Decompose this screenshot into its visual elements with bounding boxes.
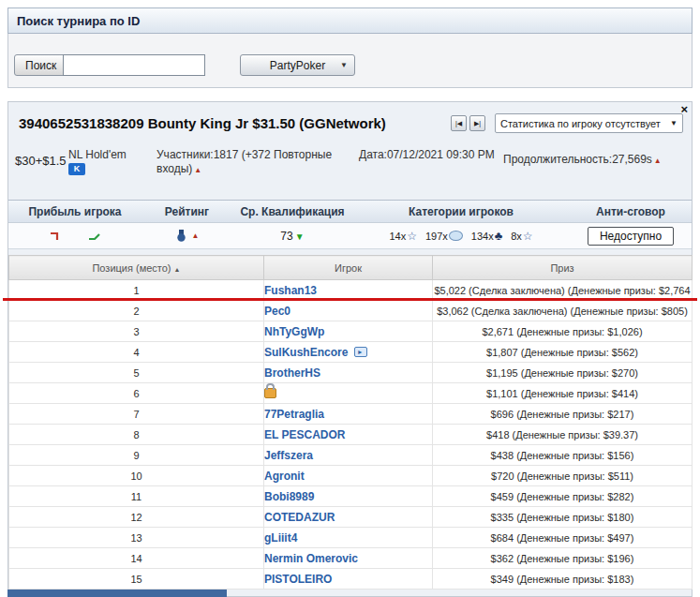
category-count: 8x <box>511 231 522 242</box>
prize-cell: $335 (Денежные призы: $180) <box>433 507 693 528</box>
player-link[interactable]: COTEDAZUR <box>264 511 335 524</box>
star-icon: ☆ <box>523 230 533 243</box>
player-stats-select-value: Статистика по игроку отсутствует <box>500 118 661 129</box>
table-row: 9Jeffszera$438 (Денежные призы: $156) <box>9 445 693 466</box>
player-cell: Agronit <box>264 466 433 486</box>
category-item: 134x♣ <box>471 229 502 243</box>
prize-cell: $2,671 (Денежные призы: $1,026) <box>433 321 693 342</box>
duration-info: Продолжительность:27,569s▲ <box>503 153 691 166</box>
game-type-label: NL Hold'em <box>68 148 127 161</box>
table-row: 6$1,101 (Денежные призы: $414) <box>9 383 693 404</box>
player-link[interactable]: Bobi8989 <box>264 490 314 503</box>
prize-cell: $3,062 (Сделка заключена) (Денежные приз… <box>433 301 693 321</box>
lock-icon <box>264 388 276 398</box>
position-cell: 11 <box>9 486 264 507</box>
table-row: 777Petraglia$696 (Денежные призы: $217) <box>9 404 693 425</box>
table-row: 4SulKushEncore$1,807 (Денежные призы: $5… <box>9 342 693 363</box>
table-row: 15PISTOLEIRO$349 (Денежные призы: $183) <box>9 569 693 590</box>
prize-cell: $438 (Денежные призы: $156) <box>433 445 693 466</box>
results-table: Позиция (место) ▲ Игрок Приз 1Fushan13$5… <box>8 255 693 590</box>
player-link[interactable]: Nermin Omerovic <box>264 552 358 565</box>
prize-cell: $459 (Денежные призы: $282) <box>433 486 693 507</box>
player-link[interactable]: SulKushEncore <box>264 346 348 359</box>
player-column-header[interactable]: Игрок <box>264 256 433 280</box>
medal-icon <box>175 230 187 242</box>
anti-collusion-value: Недоступно <box>570 227 692 246</box>
profit-graphs <box>8 231 141 242</box>
partial-panel-bottom <box>7 590 227 597</box>
table-row: 3NhTyGgWp$2,671 (Денежные призы: $1,026) <box>9 321 693 342</box>
player-link[interactable]: PISTOLEIRO <box>264 573 332 586</box>
player-link[interactable]: Agronit <box>264 470 305 483</box>
position-cell: 9 <box>9 445 264 466</box>
qualification-number: 73 <box>280 230 292 243</box>
chevron-down-icon: ▼ <box>670 119 678 127</box>
tournament-id-input[interactable] <box>63 54 205 76</box>
anti-collusion-status: Недоступно <box>588 227 674 246</box>
position-cell: 5 <box>9 363 264 383</box>
player-categories: 14x☆ 197x 134x♣ 8x☆ <box>352 229 570 243</box>
stats-header-profit: Прибыль игрока <box>8 205 141 218</box>
annotation-red-line <box>3 298 697 301</box>
player-cell: SulKushEncore <box>264 342 433 363</box>
position-cell: 8 <box>9 425 264 445</box>
last-tournament-button[interactable]: ▶| <box>469 115 485 131</box>
player-link[interactable]: Jeffszera <box>264 449 313 462</box>
position-header-label: Позиция (место) <box>92 262 171 274</box>
tournament-info-row: $30+$1.5 NL Hold'em K Участники:1817 (+3… <box>8 146 692 197</box>
red-up-triangle-icon: ▲ <box>194 166 201 174</box>
search-panel-header: Поиск турнира по ID <box>7 7 693 34</box>
player-link[interactable]: BrotherHS <box>264 366 320 380</box>
player-link[interactable]: EL PESCADOR <box>264 428 345 441</box>
participants-info: Участники:1817 (+372 Повторные входы)▲ <box>156 148 359 177</box>
search-panel-title: Поиск турнира по ID <box>17 14 140 28</box>
position-cell: 3 <box>9 321 264 342</box>
prize-cell: $720 (Денежные призы: $511) <box>433 466 693 486</box>
table-row: 5BrotherHS$1,195 (Денежные призы: $270) <box>9 363 693 383</box>
table-row: 8EL PESCADOR$418 (Денежные призы: $39.37… <box>9 425 693 445</box>
prize-column-header[interactable]: Приз <box>433 256 693 280</box>
player-link[interactable]: NhTyGgWp <box>264 325 324 338</box>
game-type-icon: K <box>68 163 85 175</box>
position-column-header[interactable]: Позиция (место) ▲ <box>9 256 264 280</box>
first-tournament-button[interactable]: |◀ <box>451 115 467 131</box>
stats-header-categories: Категории игроков <box>352 205 570 218</box>
prize-cell: $418 (Денежные призы: $39.37) <box>433 425 693 445</box>
tournament-title: 3940652531838209 Bounty King Jr $31.50 (… <box>19 115 386 131</box>
position-cell: 12 <box>9 507 264 528</box>
player-stats-strip: Прибыль игрока Рейтинг Ср. Квалификация … <box>8 200 692 249</box>
stats-header-qualification: Ср. Квалификация <box>232 205 352 218</box>
prize-cell: $684 (Денежные призы: $497) <box>433 528 693 548</box>
player-cell: PISTOLEIRO <box>264 569 433 590</box>
position-cell: 2 <box>9 301 264 321</box>
position-cell: 13 <box>9 528 264 548</box>
network-select[interactable]: PartyPoker ▼ <box>240 54 355 76</box>
player-cell <box>264 383 433 404</box>
position-cell: 14 <box>9 548 264 569</box>
stats-header-rating: Рейтинг <box>141 205 232 218</box>
player-cell: BrotherHS <box>264 363 433 383</box>
position-cell: 10 <box>9 466 264 486</box>
prize-cell: $1,101 (Денежные призы: $414) <box>433 383 693 404</box>
stats-header-row: Прибыль игрока Рейтинг Ср. Квалификация … <box>8 200 692 223</box>
tournament-lookup-page: Поиск турнира по ID Поиск PartyPoker ▼ ×… <box>0 0 700 597</box>
green-down-triangle-icon: ▼ <box>295 231 305 242</box>
player-cell: 77Petraglia <box>264 404 433 425</box>
red-profit-graph-icon[interactable] <box>49 231 63 242</box>
results-table-body: 1Fushan13$5,022 (Сделка заключена) (Дене… <box>9 280 693 590</box>
category-item: 8x☆ <box>511 230 532 243</box>
game-type: NL Hold'em K <box>68 148 127 175</box>
player-stats-select[interactable]: Статистика по игроку отсутствует ▼ <box>495 113 683 133</box>
player-link[interactable]: gLiiit4 <box>264 531 297 545</box>
table-row: 2Pec0$3,062 (Сделка заключена) (Денежные… <box>9 301 693 321</box>
club-icon: ♣ <box>495 229 503 243</box>
player-cell: Nermin Omerovic <box>264 548 433 569</box>
position-cell: 15 <box>9 569 264 590</box>
player-link[interactable]: Fushan13 <box>264 284 317 297</box>
player-cell: NhTyGgWp <box>264 321 433 342</box>
player-link[interactable]: Pec0 <box>264 305 290 318</box>
player-link[interactable]: 77Petraglia <box>264 408 324 421</box>
green-profit-graph-icon[interactable] <box>87 231 101 242</box>
search-button[interactable]: Поиск <box>14 54 67 76</box>
stats-values-row: ▲ 73▼ 14x☆ 197x 134x♣ 8x☆ Недоступно <box>8 223 692 249</box>
